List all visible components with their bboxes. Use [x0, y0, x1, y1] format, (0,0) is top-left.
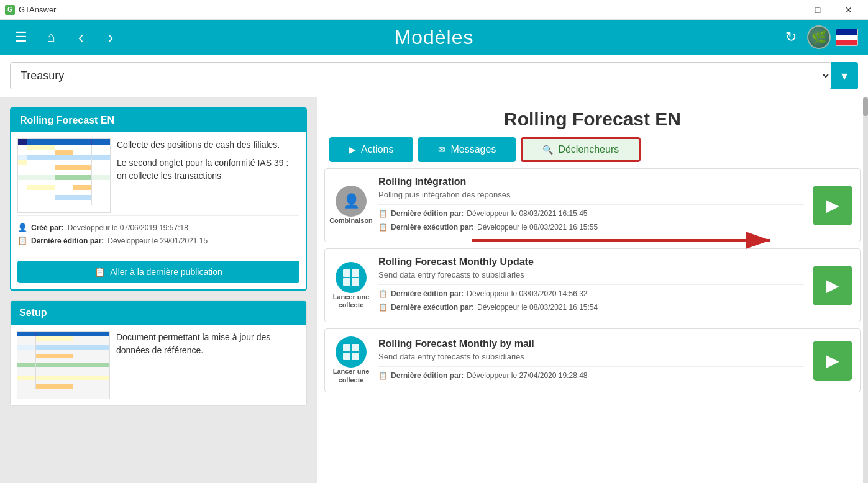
run-play-icon-1: ▶: [826, 275, 839, 296]
refresh-icon: ↻: [785, 29, 797, 45]
action-info-2: Rolling Forecast Monthly by mail Send da…: [378, 338, 804, 383]
tab-triggers[interactable]: 🔍 Déclencheurs: [521, 137, 641, 162]
action-subtitle-1: Send data entry forecasts to subsidiarie…: [378, 270, 804, 279]
edit-doc-icon-0: 📋: [378, 207, 388, 221]
setup-card[interactable]: Setup: [10, 300, 307, 406]
action-item-monthly-update: Lancer une collecte Rolling Forecast Mon…: [324, 248, 861, 322]
doc-icon: 📋: [17, 236, 27, 245]
action-title-0: Rolling Intégration: [378, 176, 804, 187]
rolling-forecast-header: Rolling Forecast EN: [11, 109, 306, 132]
action-item-monthly-mail: Lancer une collecte Rolling Forecast Mon…: [324, 328, 861, 392]
forward-icon: ›: [108, 28, 114, 47]
edited-label-0: Dernière édition par:: [391, 207, 464, 221]
dropdown-arrow-button[interactable]: ▾: [831, 62, 858, 89]
play-icon: ▶: [349, 145, 356, 155]
svg-rect-3: [352, 269, 359, 277]
refresh-button[interactable]: ↻: [780, 26, 802, 48]
action-type-lancer-2: Lancer une collecte: [332, 336, 370, 384]
right-panel-title: Rolling Forecast EN: [317, 97, 868, 137]
tab-messages[interactable]: ✉ Messages: [418, 137, 516, 162]
svg-rect-4: [343, 278, 350, 286]
tab-actions-label: Actions: [361, 144, 393, 155]
dropdown-row: Treasury ▾: [0, 55, 868, 97]
created-row: 👤 Créé par: Développeur le 07/06/2019 19…: [17, 221, 299, 234]
action-title-2: Rolling Forecast Monthly by mail: [378, 338, 804, 350]
tab-messages-label: Messages: [450, 144, 496, 155]
edited-value-1: Développeur le 03/03/2020 14:56:32: [467, 287, 587, 301]
type-label-0: Combinaison: [329, 217, 373, 225]
tab-triggers-label: Déclencheurs: [558, 144, 619, 155]
action-info-0: Rolling Intégration Polling puis intégra…: [378, 176, 804, 234]
scrollbar-thumb[interactable]: [863, 97, 868, 116]
run-button-1[interactable]: ▶: [813, 266, 852, 305]
executed-label-0: Dernière exécution par:: [391, 221, 474, 235]
language-flag[interactable]: [836, 29, 858, 46]
executed-value-0: Développeur le 08/03/2021 16:15:55: [477, 221, 598, 235]
edited-value-0: Développeur le 08/03/2021 16:15:45: [467, 207, 587, 221]
grid-icon-1: [342, 268, 360, 287]
desc-text-1: Collecte des positions de cash des filia…: [117, 138, 299, 151]
chevron-down-icon: ▾: [841, 68, 847, 83]
svg-rect-5: [352, 278, 359, 286]
tab-actions[interactable]: ▶ Actions: [329, 137, 413, 162]
forward-button[interactable]: ›: [99, 26, 122, 48]
type-label-1: Lancer une collecte: [332, 293, 370, 309]
menu-button[interactable]: ☰: [10, 26, 32, 48]
close-button[interactable]: ✕: [834, 0, 863, 20]
run-play-icon-0: ▶: [826, 195, 839, 215]
edited-value: Développeur le 29/01/2021 15: [107, 237, 208, 245]
run-button-0[interactable]: ▶: [813, 186, 852, 225]
action-meta-2: 📋 Dernière édition par: Développeur le 2…: [378, 369, 804, 383]
right-panel: Rolling Forecast EN ▶ Actions ✉ Messages…: [317, 97, 868, 483]
right-scrollbar[interactable]: [863, 97, 868, 483]
setup-desc: Document permettant la mise à jour des d…: [116, 331, 300, 399]
edited-row: 📋 Dernière édition par: Développeur le 2…: [17, 234, 299, 247]
action-info-1: Rolling Forecast Monthly Update Send dat…: [378, 256, 804, 314]
svg-rect-9: [352, 353, 359, 360]
created-value: Développeur le 07/06/2019 19:57:18: [68, 223, 188, 232]
action-subtitle-2: Send data entry forecasts to subsidiarie…: [378, 352, 804, 361]
edited-value-2: Développeur le 27/04/2020 19:28:48: [467, 369, 587, 383]
actions-list: 👤 Combinaison Rolling Intégration Pollin…: [317, 168, 868, 483]
action-meta-0: 📋 Dernière édition par: Développeur le 0…: [378, 207, 804, 234]
avatar-icon: 🌿: [811, 30, 827, 45]
action-type-combinaison: 👤 Combinaison: [332, 186, 370, 225]
rolling-forecast-body: Collecte des positions de cash des filia…: [11, 132, 306, 256]
action-executed-row-1: 📋 Dernière exécution par: Développeur le…: [378, 301, 804, 315]
goto-publication-button[interactable]: 📋 Aller à la dernière publication: [17, 261, 299, 283]
category-dropdown[interactable]: Treasury: [10, 62, 831, 89]
grid-icon-2: [342, 343, 360, 361]
back-button[interactable]: ‹: [70, 26, 92, 48]
goto-label: Aller à la dernière publication: [110, 267, 222, 277]
rolling-forecast-footer: 📋 Aller à la dernière publication: [11, 256, 306, 289]
titlebar-controls: — □ ✕: [772, 0, 863, 20]
titlebar-left: G GTAnswer: [5, 5, 56, 15]
tabs-bar: ▶ Actions ✉ Messages 🔍 Déclencheurs: [317, 137, 868, 162]
run-button-2[interactable]: ▶: [813, 341, 852, 381]
maximize-button[interactable]: □: [803, 0, 832, 20]
app-logo: G: [5, 5, 15, 15]
left-panel: Rolling Forecast EN: [0, 97, 317, 483]
rolling-forecast-card[interactable]: Rolling Forecast EN: [10, 107, 307, 291]
edited-label-2: Dernière édition par:: [391, 369, 464, 383]
minimize-button[interactable]: —: [772, 0, 801, 20]
svg-rect-6: [343, 344, 350, 351]
menu-icon: ☰: [15, 29, 27, 45]
created-label: Créé par:: [31, 223, 64, 232]
action-edited-row-2: 📋 Dernière édition par: Développeur le 2…: [378, 369, 804, 383]
main-content: Rolling Forecast EN: [0, 97, 868, 483]
home-button[interactable]: ⌂: [40, 26, 62, 48]
navbar-right: ↻ 🌿: [780, 25, 858, 49]
action-executed-row-0: 📋 Dernière exécution par: Développeur le…: [378, 221, 804, 235]
user-icon: 👤: [17, 223, 27, 232]
user-avatar[interactable]: 🌿: [807, 25, 831, 49]
titlebar: G GTAnswer — □ ✕: [0, 0, 868, 20]
action-edited-row-1: 📋 Dernière édition par: Développeur le 0…: [378, 287, 804, 301]
action-title-1: Rolling Forecast Monthly Update: [378, 256, 804, 268]
run-play-icon-2: ▶: [826, 350, 839, 371]
rolling-forecast-top: Collecte des positions de cash des filia…: [17, 138, 299, 213]
combinaison-icon: 👤: [336, 186, 367, 217]
person-icon: 👤: [343, 193, 360, 209]
edited-label: Dernière édition par:: [31, 237, 104, 245]
rolling-forecast-thumbnail: [17, 138, 111, 213]
